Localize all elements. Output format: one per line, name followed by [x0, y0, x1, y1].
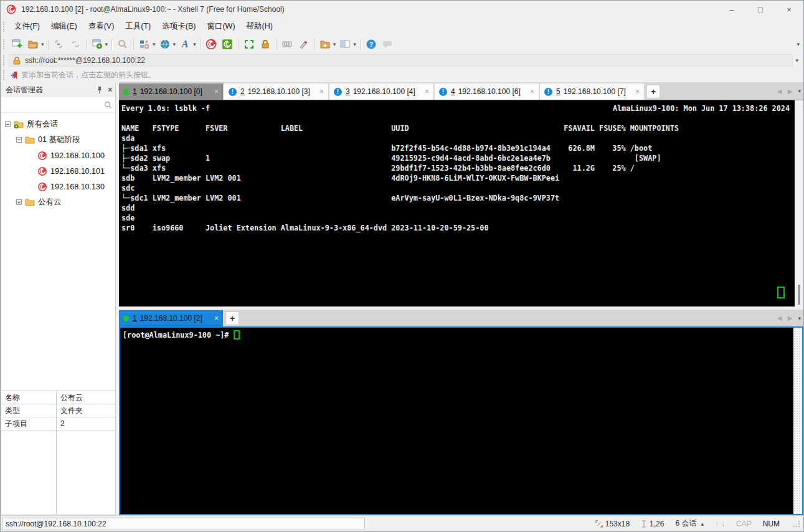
font-icon[interactable]: A — [177, 37, 192, 51]
menu-tab[interactable]: 选项卡(B) — [156, 19, 201, 34]
add-session-arrow-icon[interactable] — [10, 71, 19, 80]
menu-edit[interactable]: 编辑(E) — [45, 19, 83, 34]
new-tab-button[interactable]: + — [646, 85, 660, 98]
pane2-scrollbar[interactable] — [793, 328, 802, 514]
lock-icon[interactable] — [258, 37, 273, 51]
menu-tools[interactable]: 工具(T) — [120, 19, 156, 34]
virtual-keyboard-icon[interactable] — [280, 37, 295, 51]
arrange-layout-icon[interactable] — [137, 37, 152, 51]
session-search-input[interactable] — [4, 99, 104, 110]
find-icon[interactable] — [115, 37, 130, 51]
tab-session-0[interactable]: 1 192.168.10.100 [0] × — [119, 83, 223, 100]
tab-close-icon[interactable]: × — [214, 87, 219, 96]
property-value: 文件夹 — [56, 406, 115, 416]
new-session-icon[interactable] — [9, 37, 24, 51]
window-title: 192.168.10.100 [2] - root@AlmaLinux9-100… — [21, 5, 285, 14]
close-button[interactable]: × — [775, 1, 803, 18]
session-properties-icon[interactable] — [90, 37, 105, 51]
arrange-layout-dropdown[interactable]: ▾ — [153, 41, 156, 47]
new-session-folder-icon[interactable] — [318, 37, 333, 51]
highlighter-icon[interactable] — [296, 37, 311, 51]
watch-command: Every 1.0s: lsblk -f — [121, 103, 210, 113]
tree-item-session-100[interactable]: 192.168.10.100 — [1, 148, 115, 163]
split-window-dropdown[interactable]: ▾ — [353, 41, 356, 47]
tree-item-all-sessions[interactable]: − 所有会话 — [1, 116, 115, 132]
tree-label[interactable]: 公有云 — [38, 197, 62, 207]
fullscreen-icon[interactable] — [242, 37, 257, 51]
terminal-pane-2[interactable]: [root@AlmaLinux9-100 ~]# — [119, 326, 803, 515]
tab-session-7[interactable]: ! 5 192.168.10.100 [7] × — [540, 83, 644, 100]
tab-session-2[interactable]: 1 192.168.10.100 [2] × — [119, 310, 223, 326]
tab-list-dropdown[interactable]: ▾ — [798, 315, 801, 321]
toolbar-grip[interactable] — [3, 55, 6, 65]
pane1-scrollbar[interactable] — [795, 100, 803, 306]
address-history-dropdown[interactable]: ▾ — [795, 57, 798, 64]
encoding-dropdown[interactable]: ▾ — [173, 41, 176, 47]
tree-label[interactable]: 所有会话 — [27, 119, 58, 130]
tab-close-icon[interactable]: × — [530, 87, 534, 96]
reconnect-icon[interactable] — [68, 37, 83, 51]
connection-url[interactable]: ssh://root:******@192.168.10.100:22 — [25, 56, 145, 65]
split-window-icon[interactable] — [338, 37, 352, 51]
tab-session-4[interactable]: ! 3 192.168.10.100 [4] × — [329, 83, 433, 100]
open-session-dropdown[interactable]: ▾ — [41, 41, 44, 47]
pin-panel-icon[interactable] — [97, 86, 103, 94]
toolbar-grip[interactable] — [3, 39, 6, 49]
scroll-tabs-right-icon[interactable]: ▶ — [788, 315, 793, 321]
tab-session-3[interactable]: ! 2 192.168.10.100 [3] × — [224, 83, 328, 100]
next-session-arrow-icon[interactable]: ↓ — [721, 520, 725, 528]
help-icon[interactable]: ? — [364, 37, 379, 51]
minimize-button[interactable]: – — [717, 1, 746, 18]
new-session-folder-dropdown[interactable]: ▾ — [333, 41, 336, 47]
toolbar-grip[interactable] — [3, 22, 6, 32]
tree-item-folder-basic[interactable]: − 01 基础阶段 — [1, 132, 115, 148]
scrollbar-thumb[interactable] — [798, 285, 800, 305]
encoding-globe-icon[interactable] — [158, 37, 173, 51]
tree-item-session-101[interactable]: 192.168.10.101 — [1, 163, 115, 179]
tree-item-folder-cloud[interactable]: + 公有云 — [1, 194, 115, 210]
session-properties-dropdown[interactable]: ▾ — [105, 41, 108, 47]
tree-item-session-130[interactable]: 192.168.10.130 — [1, 179, 115, 194]
resize-grip[interactable] — [793, 521, 800, 527]
tab-session-6[interactable]: ! 4 192.168.10.100 [6] × — [435, 83, 539, 100]
expand-icon[interactable]: + — [16, 199, 22, 205]
new-tab-button[interactable]: + — [225, 311, 239, 325]
tab-number: 5 — [556, 87, 560, 96]
watch-header-line: Every 1.0s: lsblk -f AlmaLinux9-100: Mon… — [121, 103, 795, 113]
prev-session-arrow-icon[interactable]: ↑ — [715, 520, 719, 528]
address-field[interactable]: ssh://root:******@192.168.10.100:22 — [9, 54, 793, 67]
tree-label[interactable]: 192.168.10.130 — [50, 183, 105, 191]
messages-icon[interactable] — [380, 37, 395, 51]
close-panel-icon[interactable]: × — [108, 85, 113, 94]
collapse-icon[interactable]: − — [16, 137, 22, 143]
font-dropdown[interactable]: ▾ — [193, 41, 196, 47]
open-session-icon[interactable] — [26, 37, 40, 51]
alert-icon: ! — [229, 88, 237, 96]
menu-help[interactable]: 帮助(H) — [241, 19, 278, 34]
maximize-button[interactable]: □ — [746, 1, 775, 18]
tab-close-icon[interactable]: × — [214, 314, 219, 323]
terminal-pane-1[interactable]: Every 1.0s: lsblk -f AlmaLinux9-100: Mon… — [119, 100, 803, 306]
disconnect-icon[interactable] — [52, 37, 67, 51]
scroll-tabs-left-icon[interactable]: ◀ — [777, 88, 782, 95]
session-count-dropdown[interactable]: 6 会话 ▴ — [675, 518, 704, 529]
xftp-icon[interactable] — [220, 37, 235, 51]
tree-label[interactable]: 192.168.10.101 — [50, 167, 105, 176]
tab-close-icon[interactable]: × — [635, 87, 640, 96]
tree-label[interactable]: 01 基础阶段 — [38, 135, 80, 145]
xshell-icon[interactable] — [204, 37, 219, 51]
menu-view[interactable]: 查看(V) — [83, 19, 120, 34]
toolbar-overflow-dropdown[interactable]: ▾ — [797, 41, 800, 47]
collapse-icon[interactable]: − — [5, 121, 11, 127]
menu-file[interactable]: 文件(F) — [9, 19, 45, 34]
scroll-tabs-left-icon[interactable]: ◀ — [777, 315, 782, 321]
menu-window[interactable]: 窗口(W) — [201, 19, 240, 34]
tab-close-icon[interactable]: × — [319, 87, 324, 96]
toolbar-grip[interactable] — [3, 70, 6, 80]
tab-list-dropdown[interactable]: ▾ — [798, 88, 801, 94]
tree-label[interactable]: 192.168.10.100 — [50, 151, 105, 160]
tab-close-icon[interactable]: × — [425, 87, 429, 96]
search-icon[interactable] — [104, 101, 112, 109]
scroll-tabs-right-icon[interactable]: ▶ — [788, 88, 793, 95]
tab-label: 192.168.10.100 [3] — [248, 87, 310, 96]
